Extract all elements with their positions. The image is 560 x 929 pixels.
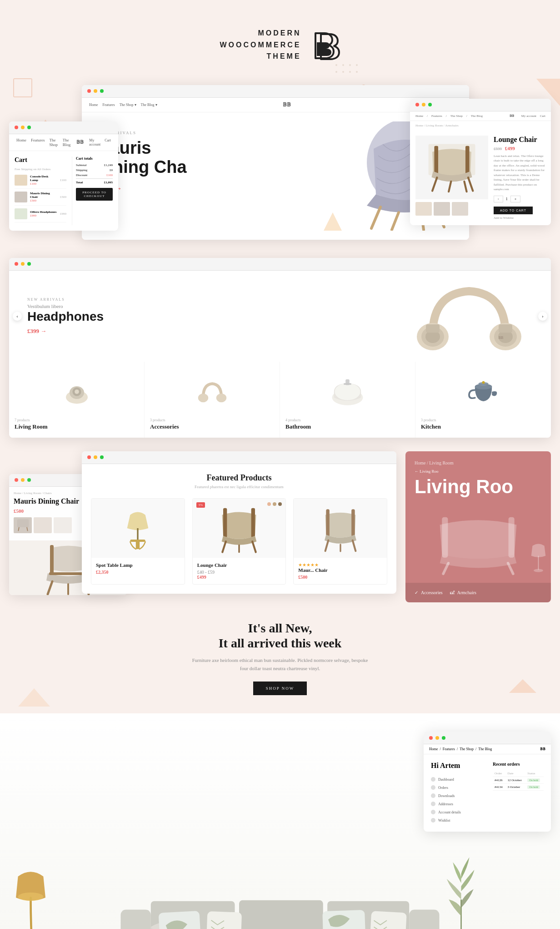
svg-line-32 [432, 177, 437, 191]
featured-products-browser: Featured Products Featured pharetra est … [82, 451, 396, 594]
lr-categories: ✓ Accessories 🛋 Armchairs [405, 583, 551, 602]
header-section: MODERN WOOCOMMERCE THEME [0, 0, 560, 85]
category-item-living-room[interactable]: 7 products Living Room [9, 362, 145, 438]
bathroom-img [328, 376, 367, 408]
svg-rect-77 [351, 509, 355, 536]
svg-line-78 [325, 540, 328, 550]
svg-rect-92 [409, 910, 439, 929]
product-detail-browser: Home/Features/The Shop/The Blog 𝔹𝔹 My ac… [410, 99, 551, 225]
checkout-button[interactable]: PROCEED TO CHECKOUT [76, 188, 113, 201]
svg-line-75 [252, 541, 256, 552]
products-row: Spot Table Lamp £2,350 5% [91, 498, 387, 585]
cart-item: Offero Headphones £999 £999 [15, 208, 66, 222]
svg-line-33 [449, 182, 451, 192]
category-item-bathroom[interactable]: 4 products Bathroom [280, 362, 415, 438]
hp-title: Headphones [27, 310, 104, 324]
wishlist-link[interactable]: Add to Wishlist [494, 216, 545, 220]
svg-point-52 [335, 383, 360, 400]
na-subtitle: Furniture axe heirloom ethical man bun s… [189, 656, 371, 672]
lr-cat-accessories[interactable]: ✓ Accessories [415, 590, 443, 595]
svg-text:BB: BB [499, 336, 504, 340]
svg-line-84 [508, 563, 513, 574]
add-to-cart-button[interactable]: ADD TO CART [494, 207, 533, 214]
hero-title: Mauris Dining Cha [95, 139, 455, 177]
logo-area: MODERN WOOCOMMERCE THEME [220, 27, 340, 62]
svg-rect-31 [465, 146, 470, 175]
svg-point-86 [534, 569, 543, 572]
svg-line-80 [352, 540, 355, 550]
lr-title: Living Roo [405, 477, 551, 496]
svg-line-35 [468, 177, 473, 191]
menu-item-account-details[interactable]: Account details [431, 808, 485, 816]
svg-rect-42 [426, 324, 440, 333]
svg-rect-91 [120, 910, 150, 929]
product-card-mauris[interactable]: ★★★★★ Maur... Chair £500 [293, 498, 387, 585]
logo-icon [309, 29, 340, 61]
product-badge: 5% [196, 502, 205, 508]
living-room-panel: Home / Living Room ← Living Roo Living R… [405, 451, 551, 602]
lr-cat-armchairs[interactable]: 🛋 Armchairs [450, 590, 476, 595]
account-content: Hi Artem Dashboard Orders Downloads [424, 754, 551, 832]
product-stars: ★★★★★ [298, 562, 382, 567]
slider-prev-button[interactable]: ‹ [13, 312, 22, 321]
svg-rect-54 [344, 383, 351, 384]
new-arrivals-section: It's all New, It all arrived this week F… [0, 602, 560, 704]
order-row: #4134 3 October On hold [493, 784, 544, 791]
pd-breadcrumb: Home / Living Room / Armchairs [410, 121, 551, 130]
lr-chair-illustration [426, 508, 530, 576]
menu-item-orders[interactable]: Orders [431, 783, 485, 792]
category-item-kitchen[interactable]: 3 products Kitchen [415, 362, 551, 438]
cart-content: Cart Free Shipping on All Orders Console… [9, 151, 118, 231]
lamp-img [115, 503, 160, 553]
plant-decoration [444, 850, 478, 929]
product-detail-content: Lounge Chair £599 £499 Lean back and rel… [410, 130, 551, 225]
svg-rect-30 [434, 146, 438, 175]
cart-title: Cart [15, 157, 66, 164]
svg-line-83 [443, 563, 448, 574]
order-row: #4126 12 October On hold [493, 777, 544, 784]
svg-line-73 [222, 541, 226, 552]
svg-rect-43 [499, 324, 512, 333]
accessories-img [194, 376, 230, 408]
shop-now-button[interactable]: SHOP NOW [253, 682, 307, 695]
lounge-chair-img [216, 503, 262, 553]
hero-label: NEW ARRIVALS [95, 131, 455, 135]
svg-rect-72 [251, 508, 255, 538]
svg-rect-94 [239, 900, 323, 929]
menu-item-wishlist[interactable]: Wishlist [431, 816, 485, 824]
hero-nav-logo: 𝔹𝔹 [283, 101, 291, 108]
svg-line-25 [392, 212, 399, 230]
svg-point-89 [18, 893, 44, 901]
brand-name: MODERN WOOCOMMERCE THEME [220, 27, 301, 62]
cart-mockup-logo: 𝔹𝔹 [76, 139, 84, 145]
product-card-lamp[interactable]: Spot Table Lamp £2,350 [91, 498, 185, 585]
svg-line-65 [48, 581, 52, 594]
mauris-chair-img [318, 503, 363, 553]
menu-item-dashboard[interactable]: Dashboard [431, 775, 485, 783]
product-detail-nav: Home/Features/The Shop/The Blog 𝔹𝔹 My ac… [410, 111, 551, 121]
kitchen-img [466, 376, 500, 408]
category-grid: 7 products Living Room 3 products Acc [9, 362, 551, 438]
cart-item: Console/Desk Lamp £100 £100 [15, 175, 66, 189]
sofa-illustration [107, 841, 453, 929]
svg-rect-70 [136, 540, 140, 549]
living-room-img [59, 376, 95, 408]
cart-mockup: Home Features The Shop The Blog 𝔹𝔹 My ac… [9, 121, 118, 231]
headphones-browser: ‹ NEW ARRIVALS Vestibulum libero Headpho… [9, 258, 551, 438]
product-card-lounge[interactable]: 5% [192, 498, 286, 585]
svg-rect-81 [442, 517, 448, 557]
svg-line-34 [464, 182, 466, 192]
menu-item-downloads[interactable]: Downloads [431, 792, 485, 800]
hero-price: £299 → [95, 184, 455, 193]
pd-price: £599 £499 [494, 146, 545, 151]
slider-next-button[interactable]: › [538, 312, 547, 321]
product-detail-info: Lounge Chair £599 £499 Lean back and rel… [494, 136, 545, 220]
svg-point-57 [482, 381, 485, 384]
category-item-accessories[interactable]: 3 products Accessories [145, 362, 280, 438]
menu-item-addresses[interactable]: Addresses [431, 800, 485, 808]
svg-point-50 [216, 394, 226, 402]
svg-rect-82 [509, 517, 515, 557]
hp-price: £399 → [27, 328, 104, 335]
headphones-illustration: BB [405, 275, 533, 357]
floor-lamp [16, 859, 45, 929]
